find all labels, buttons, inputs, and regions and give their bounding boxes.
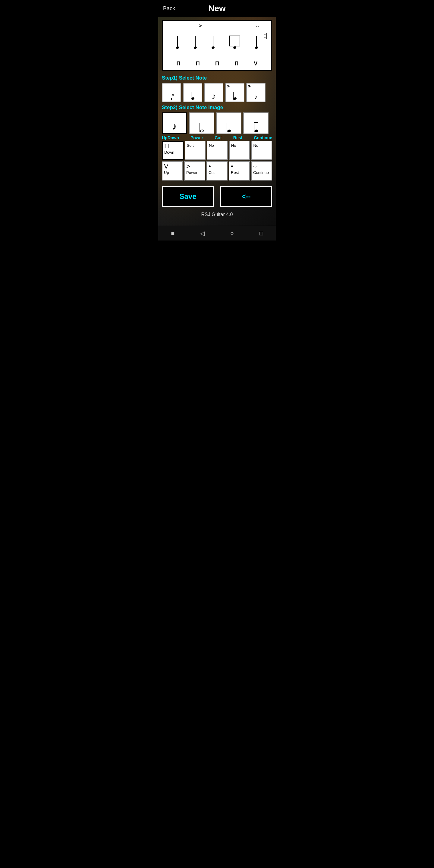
- save-button[interactable]: Save: [162, 186, 214, 207]
- opt-no-cut[interactable]: No: [207, 141, 228, 160]
- top-bar: Back New: [158, 0, 276, 17]
- nav-home-icon[interactable]: ○: [230, 230, 234, 237]
- opt-rest[interactable]: • Rest: [229, 161, 250, 181]
- backspace-button[interactable]: <--: [220, 186, 272, 207]
- nav-square-icon[interactable]: ■: [171, 230, 175, 237]
- opt-no-rest[interactable]: No: [229, 141, 250, 160]
- notation-note-1: [176, 36, 179, 49]
- options-labels: UpDown Power Cut Rest Continue: [162, 135, 272, 140]
- nav-recent-icon[interactable]: □: [259, 230, 263, 237]
- note-selector: 𝅗 ♪ 3┐: [162, 83, 272, 102]
- opt-cut[interactable]: • Cut: [207, 161, 227, 181]
- opt-no-continue[interactable]: No: [251, 141, 272, 160]
- opt-soft-text: Soft: [187, 143, 194, 148]
- opt-power-text: Power: [186, 170, 197, 175]
- main-content: > -- :|: [158, 17, 276, 226]
- back-button[interactable]: Back: [163, 5, 175, 12]
- strum-5: V: [254, 61, 257, 67]
- opt-rest-symbol: •: [231, 163, 233, 170]
- accent1: >: [175, 23, 202, 29]
- notation-box: > -- :|: [162, 20, 272, 71]
- strum-1: Π: [177, 61, 181, 67]
- note-img-4[interactable]: [243, 113, 269, 134]
- step2-label: Step2) Select Note Image: [162, 104, 272, 111]
- opt-no-rest-text: No: [231, 143, 236, 148]
- opt-label-rest: Rest: [233, 135, 242, 140]
- opt-up-symbol: V: [164, 163, 168, 170]
- notes-row: [166, 29, 268, 49]
- notation-note-4: [229, 36, 240, 49]
- note-quarter[interactable]: [183, 83, 202, 102]
- nav-back-icon[interactable]: ◁: [200, 230, 205, 237]
- note-img-2[interactable]: [189, 113, 214, 134]
- footer-label: RSJ Guitar 4.0: [162, 212, 272, 217]
- notation-inner: :|: [166, 29, 268, 59]
- strum-row: Π Π Π Π V: [166, 59, 268, 67]
- opt-power-symbol: >: [186, 163, 190, 170]
- note-img-1[interactable]: ♪: [162, 113, 187, 134]
- opt-down[interactable]: Π Down: [162, 141, 184, 160]
- note-triplet-eighth[interactable]: 3┐ ♪: [246, 83, 266, 102]
- note-triplet-quarter[interactable]: 3┐: [225, 83, 244, 102]
- opt-down-symbol: Π: [164, 143, 169, 150]
- triplet-mark-2: 3┐: [248, 84, 252, 88]
- note-image-selector: ♪: [162, 113, 272, 134]
- opt-power[interactable]: > Power: [184, 161, 205, 181]
- strum-4: Π: [235, 61, 239, 67]
- step1-label: Step1) Select Note: [162, 75, 272, 81]
- opt-no-cut-text: No: [209, 143, 214, 148]
- opt-no-continue-text: No: [253, 143, 258, 148]
- opt-up[interactable]: V Up: [162, 161, 183, 181]
- opt-label-power: Power: [190, 135, 203, 140]
- opt-label-cut: Cut: [215, 135, 221, 140]
- opt-continue-text: Continue: [253, 170, 269, 175]
- opt-label-updown: UpDown: [162, 135, 179, 140]
- opt-cut-text: Cut: [209, 170, 215, 175]
- strum-2: Π: [196, 61, 200, 67]
- option-row-1: Π Down Soft No No No: [162, 141, 272, 160]
- opt-continue-symbol: ⌣: [253, 163, 257, 170]
- action-row: Save <--: [162, 186, 272, 207]
- note-whole[interactable]: 𝅗: [162, 83, 181, 102]
- note-eighth[interactable]: ♪: [204, 83, 223, 102]
- triplet-mark-1: 3┐: [227, 84, 231, 88]
- opt-rest-text: Rest: [231, 170, 239, 175]
- opt-continue[interactable]: ⌣ Continue: [251, 161, 272, 181]
- note-img-3[interactable]: [216, 113, 241, 134]
- opt-down-text: Down: [164, 150, 174, 155]
- notation-note-5: [255, 36, 258, 49]
- option-row-2: V Up > Power • Cut • Rest ⌣ Continue: [162, 161, 272, 181]
- nav-bar: ■ ◁ ○ □: [158, 226, 276, 241]
- accent-marks: > --: [166, 23, 268, 29]
- notation-note-2: [194, 36, 197, 49]
- accent2: --: [256, 23, 259, 29]
- page-title: New: [208, 4, 226, 13]
- opt-cut-symbol: •: [209, 163, 211, 170]
- opt-up-text: Up: [164, 170, 169, 175]
- strum-3: Π: [215, 61, 219, 67]
- notation-note-3: [212, 36, 215, 49]
- opt-soft[interactable]: Soft: [185, 141, 206, 160]
- opt-label-continue: Continue: [254, 135, 272, 140]
